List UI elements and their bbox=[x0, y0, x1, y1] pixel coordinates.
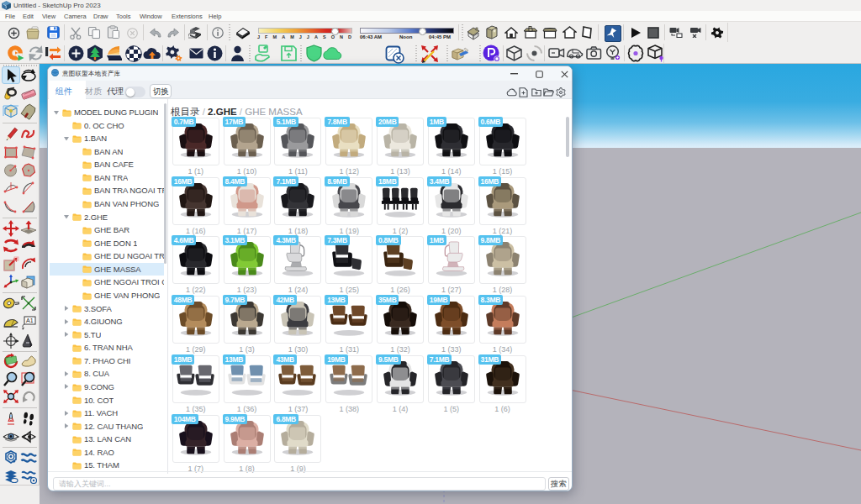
svg-text:A1: A1 bbox=[26, 318, 34, 323]
